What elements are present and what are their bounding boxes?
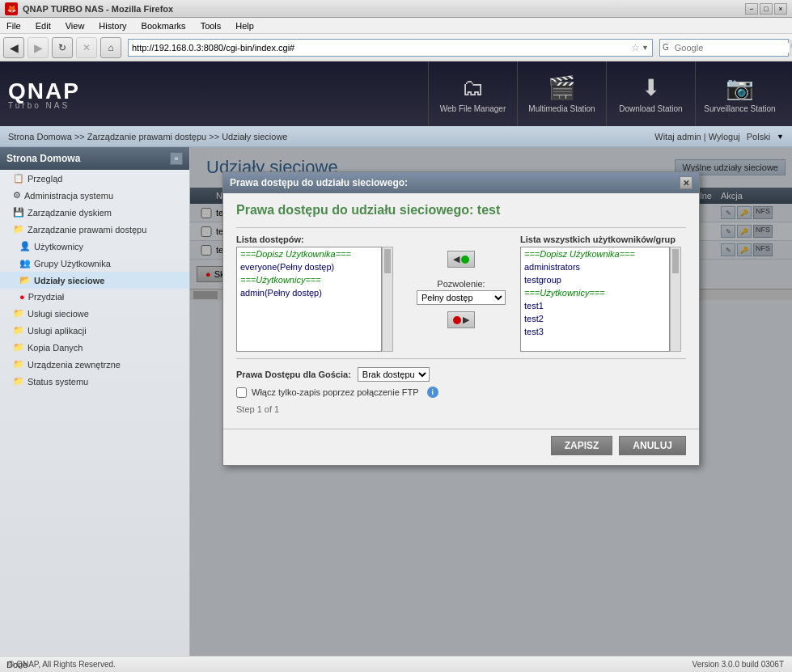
sidebar-label-app-services: Usługi aplikacji — [28, 326, 87, 336]
menu-file[interactable]: File — [3, 19, 24, 32]
sidebar-item-access-mgmt[interactable]: 📁 Zarządzanie prawami dostępu — [0, 221, 189, 238]
all-users-label: Lista wszystkich użytkowników/grup — [520, 235, 686, 244]
access-list-box[interactable]: ===Dopisz Użytkownika=== everyone(Pełny … — [236, 247, 382, 352]
back-button[interactable]: ◀ — [3, 37, 24, 58]
menu-bookmarks[interactable]: Bookmarks — [138, 19, 189, 32]
web-file-manager-label: Web File Manager — [440, 104, 506, 113]
browser-titlebar: 🦊 QNAP TURBO NAS - Mozilla Firefox − □ × — [0, 0, 792, 18]
reload-button[interactable]: ↻ — [52, 37, 73, 58]
info-icon[interactable]: i — [427, 387, 438, 398]
app-icon-multimedia-station[interactable]: 🎬 Multimedia Station — [517, 61, 606, 126]
sidebar-item-network-services[interactable]: 📁 Usługi sieciowe — [0, 305, 189, 322]
list-item[interactable]: ===Dopisz Użytkownika=== — [237, 247, 381, 260]
menu-help[interactable]: Help — [232, 19, 257, 32]
sidebar-item-users[interactable]: 👤 Użytkownicy — [0, 238, 189, 255]
multimedia-station-label: Multimedia Station — [528, 104, 595, 113]
sidebar-item-external[interactable]: 📁 Urządzenia zewnętrzne — [0, 356, 189, 373]
list-item[interactable]: admin(Pełny dostęp) — [237, 286, 381, 299]
home-button[interactable]: ⌂ — [100, 37, 121, 58]
sidebar-item-quota[interactable]: ● Przydział — [0, 289, 189, 305]
breadcrumb-bar: Strona Domowa >> Zarządzanie prawami dos… — [0, 126, 792, 147]
scrollbar-thumb[interactable] — [384, 249, 391, 273]
guest-select[interactable]: Brak dostępu Tylko odczyt Pełny dostęp — [358, 367, 430, 382]
minimize-button[interactable]: − — [745, 3, 758, 15]
footer-version: Version 3.0.0 build 0306T — [692, 660, 784, 669]
breadcrumb: Strona Domowa >> Zarządzanie prawami dos… — [8, 132, 287, 142]
search-input[interactable] — [671, 43, 790, 53]
web-file-manager-icon: 🗂 — [462, 74, 485, 101]
dialog-close-button[interactable]: ✕ — [680, 176, 692, 189]
main-layout: Strona Domowa « 📋 Przegląd ⚙ Administrac… — [0, 147, 792, 656]
list-item[interactable]: test1 — [521, 299, 669, 312]
access-mgmt-icon: 📁 — [13, 224, 24, 235]
browser-window-controls[interactable]: − □ × — [745, 3, 787, 15]
sidebar-item-backup[interactable]: 📁 Kopia Danych — [0, 339, 189, 356]
external-icon: 📁 — [13, 359, 24, 370]
sidebar-item-groups[interactable]: 👥 Grupy Użytkownika — [0, 255, 189, 272]
dialog-heading: Prawa dostępu do udziału sieciowego: tes… — [236, 203, 686, 218]
ftp-checkbox-label: Włącz tylko-zapis poprzez połączenie FTP — [252, 387, 419, 397]
sidebar-label-quota: Przydział — [28, 292, 65, 302]
scrollbar-thumb[interactable] — [672, 249, 679, 273]
list-item[interactable]: test2 — [521, 312, 669, 325]
access-list-scrollbar[interactable] — [382, 247, 393, 352]
app-icon-surveillance-station[interactable]: 📷 Surveillance Station — [695, 61, 784, 126]
ftp-checkbox[interactable] — [236, 387, 247, 398]
disk-icon: 💾 — [13, 207, 24, 218]
forward-button[interactable]: ▶ — [28, 37, 49, 58]
permission-select[interactable]: Pełny dostęp Tylko odczyt Odmów dostępu — [417, 290, 506, 305]
sidebar-item-app-services[interactable]: 📁 Usługi aplikacji — [0, 322, 189, 339]
list-item[interactable]: test3 — [521, 325, 669, 338]
status-icon: 📁 — [13, 376, 24, 387]
menu-tools[interactable]: Tools — [197, 19, 225, 32]
sidebar-item-status[interactable]: 📁 Status systemu — [0, 373, 189, 390]
menu-view[interactable]: View — [62, 19, 88, 32]
sidebar-label-network-services: Usługi sieciowe — [28, 309, 89, 319]
maximize-button[interactable]: □ — [760, 3, 773, 15]
stop-button[interactable]: ✕ — [76, 37, 97, 58]
dropdown-arrow-icon[interactable]: ▼ — [642, 44, 649, 52]
dialog-columns: Lista dostępów: ===Dopisz Użytkownika===… — [236, 235, 686, 352]
transfer-right-button[interactable]: ▶ — [447, 311, 475, 328]
menu-edit[interactable]: Edit — [32, 19, 54, 32]
cancel-dialog-button[interactable]: ANULUJ — [619, 436, 686, 455]
access-list-label: Lista dostępów: — [236, 235, 402, 244]
search-container: G 🔍 — [659, 39, 789, 57]
all-users-list-box[interactable]: ===Dopisz Użytkownika=== administrators … — [520, 247, 670, 352]
app-icon-web-file-manager[interactable]: 🗂 Web File Manager — [428, 61, 517, 126]
users-icon: 👤 — [19, 241, 31, 251]
sidebar-item-preglad[interactable]: 📋 Przegląd — [0, 170, 189, 187]
list-item[interactable]: administrators — [521, 260, 669, 273]
sidebar-label-shares: Udziały sieciowe — [34, 276, 104, 285]
dialog-titlebar: Prawa dostępu do udziału sieciowego: ✕ — [223, 172, 699, 193]
quota-icon: ● — [19, 292, 25, 302]
menu-history[interactable]: History — [95, 19, 129, 32]
sidebar-label-access-mgmt: Zarządzanie prawami dostępu — [28, 225, 146, 235]
sidebar-item-shares[interactable]: 📂 Udziały sieciowe — [0, 272, 189, 289]
sidebar-item-disk[interactable]: 💾 Zarządzanie dyskiem — [0, 204, 189, 221]
save-button[interactable]: ZAPISZ — [551, 436, 613, 455]
download-station-icon: ⬇ — [642, 74, 660, 101]
transfer-left-button[interactable]: ◀ — [447, 251, 475, 268]
step-label: Step 1 of 1 — [236, 404, 279, 414]
list-item[interactable]: ===Użytkownicy=== — [521, 286, 669, 299]
all-users-scrollbar[interactable] — [670, 247, 681, 352]
app-icon-download-station[interactable]: ⬇ Download Station — [606, 61, 695, 126]
close-button[interactable]: × — [774, 3, 787, 15]
language-arrow-icon[interactable]: ▼ — [777, 133, 784, 141]
sidebar-title: Strona Domowa — [6, 153, 80, 164]
browser-title: QNAP TURBO NAS - Mozilla Firefox — [23, 4, 173, 14]
sidebar-item-admin[interactable]: ⚙ Administracja systemu — [0, 187, 189, 204]
sidebar-collapse-button[interactable]: « — [170, 152, 183, 165]
dialog-divider — [236, 227, 686, 228]
address-bar[interactable] — [132, 43, 631, 53]
dialog-title: Prawa dostępu do udziału sieciowego: — [230, 177, 408, 188]
star-icon[interactable]: ☆ — [631, 42, 640, 53]
list-item[interactable]: testgroup — [521, 273, 669, 286]
app-icons: 🗂 Web File Manager 🎬 Multimedia Station … — [428, 61, 784, 126]
list-item[interactable]: ===Dopisz Użytkownika=== — [521, 247, 669, 260]
dialog-body: Prawa dostępu do udziału sieciowego: tes… — [223, 193, 699, 424]
language-selector[interactable]: Polski — [747, 132, 770, 142]
list-item[interactable]: ===Użytkownicy=== — [237, 273, 381, 286]
list-item[interactable]: everyone(Pełny dostęp) — [237, 260, 381, 273]
